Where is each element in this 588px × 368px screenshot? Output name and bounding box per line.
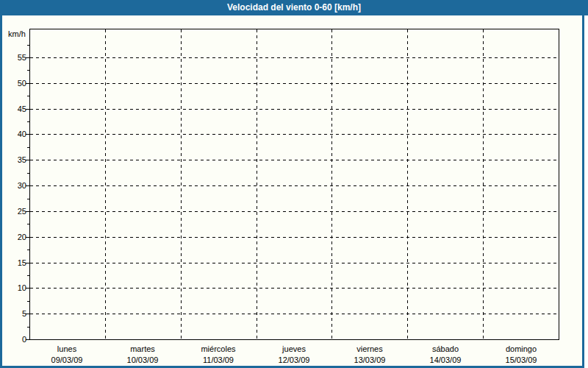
y-axis-minor-tick <box>27 275 29 276</box>
y-axis-tick-label: 10 <box>7 283 26 293</box>
h-gridline <box>30 237 558 238</box>
x-axis-day-label: sábado <box>405 344 486 354</box>
x-axis-date-label: 10/03/09 <box>102 355 183 365</box>
h-gridline <box>30 288 558 289</box>
h-gridline <box>30 160 558 160</box>
y-axis-tick-label: 0 <box>7 334 26 344</box>
x-axis-day-label: domingo <box>481 344 562 354</box>
y-axis-major-tick <box>26 211 29 212</box>
y-axis-tick-label: 20 <box>7 232 26 242</box>
frame-border-left <box>0 15 2 368</box>
y-axis-minor-tick <box>27 250 29 250</box>
x-axis-day-label: jueves <box>254 344 334 354</box>
y-axis-tick-label: 30 <box>7 180 26 191</box>
y-axis-minor-tick <box>27 199 29 199</box>
v-gridline <box>181 29 182 339</box>
y-axis-minor-tick <box>27 224 29 224</box>
y-axis-tick-label: 55 <box>7 52 26 63</box>
y-axis-major-tick <box>26 160 29 160</box>
y-axis-minor-tick <box>27 301 29 302</box>
x-axis-date-label: 14/03/09 <box>405 355 486 365</box>
y-axis-major-tick <box>26 185 29 186</box>
v-gridline <box>483 29 484 339</box>
y-axis-minor-tick <box>27 96 29 96</box>
y-axis-major-tick <box>26 83 29 84</box>
y-axis-tick-label: 25 <box>7 206 26 216</box>
h-gridline <box>30 83 558 84</box>
y-axis-major-tick <box>26 339 29 340</box>
y-axis-minor-tick <box>27 70 29 71</box>
y-axis-tick-label: 15 <box>7 258 26 268</box>
h-gridline <box>30 185 558 186</box>
chart-title-bar: Velocidad del viento 0-60 [km/h] <box>0 0 588 15</box>
y-axis-major-tick <box>26 314 29 314</box>
y-axis-tick-label: 40 <box>7 129 26 139</box>
y-axis-tick-label: 35 <box>7 155 26 165</box>
h-gridline <box>30 263 558 263</box>
frame-border-right <box>582 15 584 368</box>
y-axis-unit-label: km/h <box>8 29 26 39</box>
v-gridline <box>331 29 332 339</box>
y-axis-minor-tick <box>27 121 29 122</box>
y-axis-tick-label: 5 <box>7 308 26 319</box>
y-axis-major-tick <box>26 263 29 263</box>
h-gridline <box>30 134 558 135</box>
y-axis-tick-label: 50 <box>7 78 26 88</box>
x-axis-date-label: 13/03/09 <box>329 355 410 365</box>
y-axis-tick-label: 45 <box>7 104 26 114</box>
chart-window: Velocidad del viento 0-60 [km/h] km/h 05… <box>0 0 588 368</box>
y-axis-major-tick <box>26 134 29 135</box>
x-axis-day-label: martes <box>102 344 183 354</box>
y-axis-minor-tick <box>27 327 29 328</box>
v-gridline <box>407 29 408 339</box>
h-gridline <box>30 109 558 110</box>
y-axis-major-tick <box>26 57 29 58</box>
v-gridline <box>105 29 106 339</box>
x-axis-date-label: 11/03/09 <box>178 355 259 365</box>
x-axis-day-label: lunes <box>26 344 107 354</box>
x-axis-day-label: miércoles <box>178 344 259 354</box>
x-axis-date-label: 15/03/09 <box>481 355 562 365</box>
x-axis-date-label: 12/03/09 <box>254 355 334 365</box>
chart-title: Velocidad del viento 0-60 [km/h] <box>227 2 361 13</box>
h-gridline <box>30 57 558 58</box>
v-gridline <box>257 29 257 339</box>
h-gridline <box>30 314 558 314</box>
y-axis-minor-tick <box>27 45 29 46</box>
y-axis-minor-tick <box>27 147 29 148</box>
plot-area <box>29 29 559 340</box>
y-axis-major-tick <box>26 288 29 289</box>
y-axis-major-tick <box>26 109 29 110</box>
y-axis-major-tick <box>26 237 29 238</box>
x-axis-date-label: 09/03/09 <box>26 355 107 365</box>
y-axis-minor-tick <box>27 173 29 174</box>
x-axis-day-label: viernes <box>329 344 410 354</box>
h-gridline <box>30 211 558 212</box>
